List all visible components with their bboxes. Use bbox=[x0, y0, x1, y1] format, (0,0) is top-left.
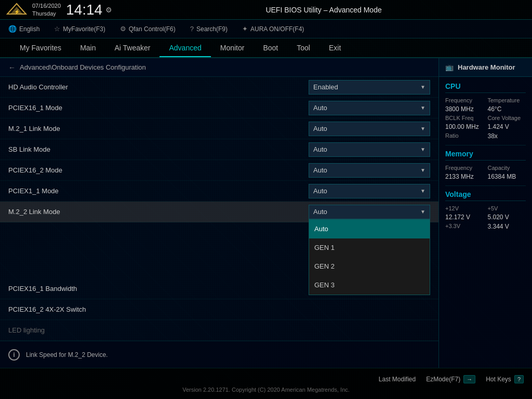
pciex16-2-switch-label: PCIEX16_2 4X-2X Switch bbox=[8, 305, 430, 313]
pciex16-2-mode-dropdown[interactable]: Auto ▼ bbox=[309, 163, 430, 178]
breadcrumb-text: Advanced\Onboard Devices Configuration bbox=[20, 63, 146, 71]
m2-2-link-dropdown-container: Auto ▼ Auto GEN 1 GEN 2 GEN 3 bbox=[309, 205, 430, 219]
dropdown-arrow: ▼ bbox=[420, 188, 425, 194]
setting-sb-link: SB Link Mode Auto ▼ bbox=[0, 139, 438, 160]
header: ⚡ 07/16/2020 Thursday 14:14 ⚙ UEFI BIOS … bbox=[0, 0, 532, 20]
v5-label: +5V bbox=[488, 205, 526, 211]
settings-list: HD Audio Controller Enabled ▼ PCIEX16_1 … bbox=[0, 77, 438, 341]
nav-advanced[interactable]: Advanced bbox=[159, 39, 210, 57]
cpu-temp-label: Temperature bbox=[488, 97, 526, 103]
my-favorite-button[interactable]: ☆ MyFavorite(F3) bbox=[51, 23, 108, 35]
hotkeys-button[interactable]: Hot Keys ? bbox=[486, 375, 524, 383]
setting-pciex1-1-mode: PCIEX1_1 Mode Auto ▼ bbox=[0, 181, 438, 202]
v33-label: +3.3V bbox=[445, 223, 484, 230]
m2-2-option-auto[interactable]: Auto bbox=[309, 220, 430, 238]
dropdown-arrow: ▼ bbox=[420, 167, 425, 173]
v12-value: 12.172 V bbox=[445, 214, 484, 221]
memory-section-title: Memory bbox=[445, 150, 526, 161]
date-text: 07/16/2020 bbox=[32, 2, 61, 9]
nav-monitor[interactable]: Monitor bbox=[211, 39, 254, 56]
hw-monitor-header: 📺 Hardware Monitor bbox=[439, 58, 532, 77]
fan-icon: ⚙ bbox=[120, 25, 126, 33]
pciex1-1-mode-value: Auto bbox=[313, 187, 327, 195]
settings-icon[interactable]: ⚙ bbox=[105, 6, 112, 14]
hd-audio-dropdown[interactable]: Enabled ▼ bbox=[309, 80, 430, 95]
datetime-display: 07/16/2020 Thursday bbox=[32, 2, 61, 17]
memory-voltage-separator bbox=[445, 185, 526, 186]
mem-cap-label: Capacity bbox=[488, 165, 526, 171]
toolbar: 🌐 English ☆ MyFavorite(F3) ⚙ Qfan Contro… bbox=[0, 20, 532, 38]
m2-2-option-gen1[interactable]: GEN 1 bbox=[309, 238, 430, 257]
setting-hd-audio-label: HD Audio Controller bbox=[8, 83, 309, 91]
pciex16-1-mode-label: PCIEX16_1 Mode bbox=[8, 104, 309, 112]
m2-2-link-label: M.2_2 Link Mode bbox=[8, 208, 309, 216]
cpu-stats: Frequency Temperature 3800 MHz 46°C BCLK… bbox=[445, 97, 526, 140]
setting-pciex16-2-switch: PCIEX16_2 4X-2X Switch bbox=[0, 299, 438, 320]
asus-logo: ⚡ bbox=[5, 2, 28, 18]
setting-hd-audio: HD Audio Controller Enabled ▼ bbox=[0, 77, 438, 98]
hw-monitor-content: CPU Frequency Temperature 3800 MHz 46°C … bbox=[439, 77, 532, 368]
setting-pciex16-1-mode: PCIEX16_1 Mode Auto ▼ bbox=[0, 98, 438, 118]
mem-cap-value: 16384 MB bbox=[488, 173, 526, 180]
ratio-value: 38x bbox=[488, 132, 526, 140]
aura-icon: ✦ bbox=[242, 25, 248, 33]
m2-1-link-value: Auto bbox=[313, 125, 327, 132]
language-selector[interactable]: 🌐 English bbox=[5, 23, 43, 35]
memory-stats: Frequency Capacity 2133 MHz 16384 MB bbox=[445, 165, 526, 180]
voltage-section-title: Voltage bbox=[445, 190, 526, 201]
pciex1-1-mode-dropdown[interactable]: Auto ▼ bbox=[309, 184, 430, 198]
sb-link-dropdown[interactable]: Auto ▼ bbox=[309, 142, 430, 157]
nav-tool[interactable]: Tool bbox=[287, 39, 320, 56]
dropdown-arrow: ▼ bbox=[420, 209, 425, 215]
m2-1-link-label: M.2_1 Link Mode bbox=[8, 125, 309, 132]
info-bar: i Link Speed for M.2_2 Device. bbox=[0, 341, 438, 368]
breadcrumb: ← Advanced\Onboard Devices Configuration bbox=[0, 58, 438, 77]
back-arrow[interactable]: ← bbox=[8, 63, 16, 72]
ratio-label: Ratio bbox=[445, 132, 484, 140]
qfan-button[interactable]: ⚙ Qfan Control(F6) bbox=[117, 23, 179, 35]
voltage-stats: +12V +5V 12.172 V 5.020 V +3.3V 3.344 V bbox=[445, 205, 526, 230]
ezmode-button[interactable]: EzMode(F7) → bbox=[426, 375, 475, 383]
hw-monitor-title: Hardware Monitor bbox=[458, 63, 515, 71]
dropdown-arrow: ▼ bbox=[420, 84, 425, 90]
m2-1-link-dropdown[interactable]: Auto ▼ bbox=[309, 122, 430, 136]
setting-m2-2-link: M.2_2 Link Mode Auto ▼ Auto GEN 1 GEN 2 … bbox=[0, 202, 438, 222]
cpu-freq-label: Frequency bbox=[445, 97, 484, 103]
pciex1-1-mode-label: PCIEX1_1 Mode bbox=[8, 187, 309, 195]
m2-2-option-gen2[interactable]: GEN 2 bbox=[309, 257, 430, 276]
nav-exit[interactable]: Exit bbox=[320, 39, 350, 56]
v12-label: +12V bbox=[445, 205, 484, 211]
nav-my-favorites[interactable]: My Favorites bbox=[10, 39, 71, 56]
v5-value: 5.020 V bbox=[488, 214, 526, 221]
mem-freq-value: 2133 MHz bbox=[445, 173, 484, 180]
cpu-temp-value: 46°C bbox=[488, 105, 526, 113]
nav-ai-tweaker[interactable]: Ai Tweaker bbox=[105, 39, 159, 56]
search-button[interactable]: ? Search(F9) bbox=[187, 23, 231, 35]
search-icon: ? bbox=[190, 25, 194, 33]
aura-button[interactable]: ✦ AURA ON/OFF(F4) bbox=[239, 23, 307, 35]
search-label: Search(F9) bbox=[196, 25, 228, 33]
pciex16-1-mode-dropdown[interactable]: Auto ▼ bbox=[309, 101, 430, 115]
bios-title: UEFI BIOS Utility – Advanced Mode bbox=[265, 6, 381, 14]
cpu-freq-value: 3800 MHz bbox=[445, 105, 484, 113]
cpu-section-title: CPU bbox=[445, 82, 526, 93]
nav-boot[interactable]: Boot bbox=[254, 39, 287, 56]
core-voltage-value: 1.424 V bbox=[488, 123, 526, 130]
sb-link-label: SB Link Mode bbox=[8, 145, 309, 153]
pciex16-1-mode-value: Auto bbox=[313, 104, 327, 112]
m2-2-link-dropdown[interactable]: Auto ▼ bbox=[309, 205, 430, 219]
m2-2-option-gen3[interactable]: GEN 3 bbox=[309, 276, 430, 295]
ezmode-label: EzMode(F7) bbox=[426, 376, 460, 383]
dropdown-arrow: ▼ bbox=[420, 126, 425, 131]
nav-main[interactable]: Main bbox=[71, 39, 105, 56]
sb-link-value: Auto bbox=[313, 145, 327, 153]
setting-pciex16-2-mode: PCIEX16_2 Mode Auto ▼ bbox=[0, 160, 438, 181]
monitor-icon: 📺 bbox=[445, 63, 454, 71]
hotkeys-label: Hot Keys bbox=[486, 376, 511, 383]
mem-freq-label: Frequency bbox=[445, 165, 484, 171]
hotkeys-key: ? bbox=[514, 375, 524, 383]
star-icon: ☆ bbox=[54, 25, 60, 33]
cpu-memory-separator bbox=[445, 145, 526, 145]
last-modified-item: Last Modified bbox=[379, 376, 416, 383]
qfan-label: Qfan Control(F6) bbox=[129, 25, 176, 33]
